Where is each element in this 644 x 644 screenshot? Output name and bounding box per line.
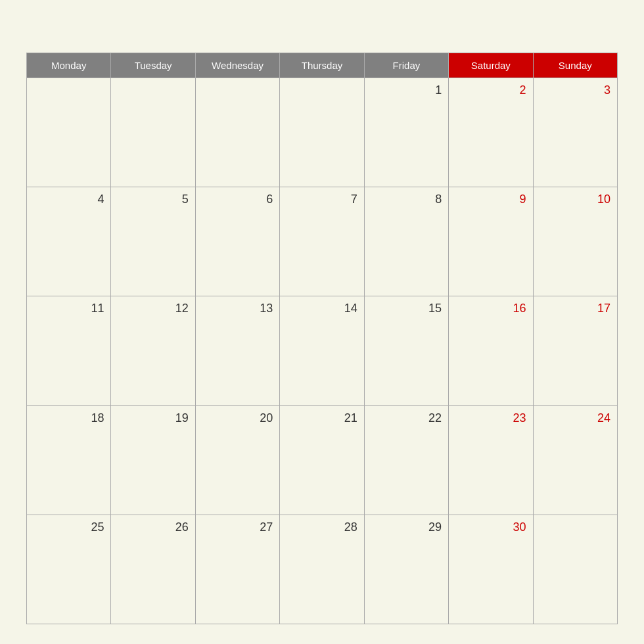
day-cell[interactable]: 1 (365, 78, 449, 187)
day-cell[interactable]: 23 (449, 406, 533, 515)
day-cell[interactable]: 3 (534, 78, 618, 187)
day-header-monday: Monday (27, 53, 111, 78)
day-cell[interactable]: 17 (534, 296, 618, 405)
day-number: 19 (118, 411, 188, 425)
day-number: 0 (540, 520, 610, 534)
day-number: 22 (371, 411, 442, 425)
day-cell[interactable]: 0 (196, 78, 280, 187)
day-cell[interactable]: 12 (111, 296, 195, 405)
day-number: 16 (455, 302, 526, 315)
day-header-wednesday: Wednesday (196, 53, 280, 78)
day-cell[interactable]: 15 (365, 296, 449, 405)
calendar-grid: MondayTuesdayWednesdayThursdayFridaySatu… (26, 53, 618, 624)
day-header-saturday: Saturday (449, 53, 533, 78)
day-number: 24 (540, 411, 610, 425)
day-cell[interactable]: 8 (365, 187, 449, 296)
day-number: 9 (455, 193, 526, 206)
day-number: 20 (202, 411, 273, 425)
day-number: 23 (455, 411, 526, 425)
day-number: 26 (118, 520, 188, 534)
day-cell[interactable]: 11 (27, 296, 111, 405)
day-cell[interactable]: 18 (27, 406, 111, 515)
day-number: 0 (202, 83, 273, 97)
day-cell[interactable]: 26 (111, 515, 195, 624)
day-cell[interactable]: 14 (280, 296, 364, 405)
day-number: 1 (371, 83, 442, 97)
day-number: 10 (540, 193, 610, 206)
week-row-4: 18192021222324 (27, 406, 618, 515)
day-cell[interactable]: 28 (280, 515, 364, 624)
day-cell[interactable]: 24 (534, 406, 618, 515)
day-cell[interactable]: 16 (449, 296, 533, 405)
day-header-thursday: Thursday (280, 53, 364, 78)
week-row-2: 45678910 (27, 187, 618, 296)
day-number: 0 (118, 83, 188, 97)
day-number: 0 (34, 83, 104, 97)
week-row-3: 11121314151617 (27, 296, 618, 405)
day-cell[interactable]: 30 (449, 515, 533, 624)
day-number: 5 (118, 193, 188, 206)
day-number: 3 (540, 83, 610, 97)
day-cell[interactable]: 4 (27, 187, 111, 296)
day-cell[interactable]: 0 (27, 78, 111, 187)
day-cell[interactable]: 22 (365, 406, 449, 515)
day-number: 14 (287, 302, 357, 315)
day-number: 7 (287, 193, 357, 206)
day-number: 2 (455, 83, 526, 97)
day-headers: MondayTuesdayWednesdayThursdayFridaySatu… (27, 53, 618, 78)
day-number: 21 (287, 411, 357, 425)
day-number: 4 (34, 193, 104, 206)
day-number: 27 (202, 520, 273, 534)
day-cell[interactable]: 19 (111, 406, 195, 515)
day-header-sunday: Sunday (534, 53, 618, 78)
day-cell[interactable]: 29 (365, 515, 449, 624)
day-cell[interactable]: 0 (534, 515, 618, 624)
day-number: 30 (455, 520, 526, 534)
calendar-header (26, 20, 618, 46)
day-number: 13 (202, 302, 273, 315)
day-number: 8 (371, 193, 442, 206)
day-number: 28 (287, 520, 357, 534)
day-number: 18 (34, 411, 104, 425)
day-cell[interactable]: 13 (196, 296, 280, 405)
day-cell[interactable]: 7 (280, 187, 364, 296)
calendar-weeks: 0000123456789101112131415161718192021222… (27, 78, 618, 624)
day-cell[interactable]: 10 (534, 187, 618, 296)
day-number: 11 (34, 302, 104, 315)
day-header-tuesday: Tuesday (111, 53, 195, 78)
day-cell[interactable]: 0 (111, 78, 195, 187)
day-cell[interactable]: 5 (111, 187, 195, 296)
day-number: 6 (202, 193, 273, 206)
day-cell[interactable]: 27 (196, 515, 280, 624)
week-row-5: 2526272829300 (27, 515, 618, 624)
day-cell[interactable]: 0 (280, 78, 364, 187)
day-cell[interactable]: 2 (449, 78, 533, 187)
day-number: 12 (118, 302, 188, 315)
day-number: 29 (371, 520, 442, 534)
calendar-container: MondayTuesdayWednesdayThursdayFridaySatu… (26, 20, 618, 624)
day-cell[interactable]: 20 (196, 406, 280, 515)
day-number: 25 (34, 520, 104, 534)
day-cell[interactable]: 21 (280, 406, 364, 515)
day-number: 0 (287, 83, 357, 97)
day-cell[interactable]: 6 (196, 187, 280, 296)
day-cell[interactable]: 25 (27, 515, 111, 624)
week-row-1: 0000123 (27, 78, 618, 187)
day-number: 17 (540, 302, 610, 315)
day-header-friday: Friday (365, 53, 449, 78)
day-number: 15 (371, 302, 442, 315)
day-cell[interactable]: 9 (449, 187, 533, 296)
